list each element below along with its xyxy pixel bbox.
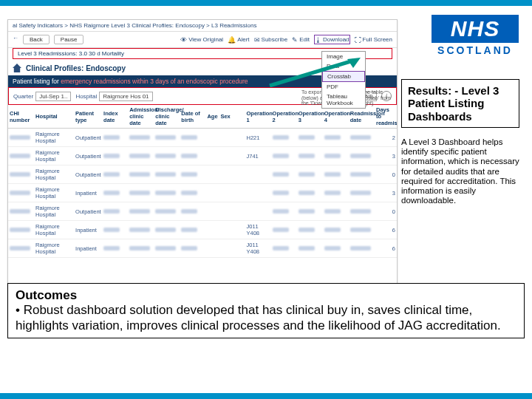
- download-menu-workbook[interactable]: Tableau Workbook: [322, 92, 365, 108]
- table-cell: 2: [375, 129, 397, 147]
- table-cell: [297, 239, 323, 258]
- table-cell: [8, 166, 34, 184]
- nhs-logo-text: NHS: [432, 15, 519, 43]
- table-cell: [297, 221, 323, 239]
- results-title-box: Results: - Level 3 Patient Listing Dashb…: [401, 79, 519, 128]
- quarter-filter-dropdown[interactable]: Jul-Sep 1..: [35, 92, 71, 101]
- table-cell: [271, 239, 297, 258]
- table-cell: [128, 147, 154, 166]
- subscribe-label: Subscribe: [262, 36, 288, 43]
- table-row[interactable]: Raigmore HospitalOutpatientH2212: [8, 129, 397, 147]
- column-header[interactable]: Admission/ clinic date: [128, 105, 154, 129]
- download-menu-crosstab[interactable]: Crosstab: [322, 71, 365, 82]
- alert-button[interactable]: 🔔Alert: [228, 35, 249, 44]
- table-cell: [8, 129, 34, 147]
- table-cell: [219, 202, 245, 221]
- table-row[interactable]: Raigmore HospitalOutpatient0: [8, 166, 397, 184]
- table-cell: [297, 202, 323, 221]
- table-row[interactable]: Raigmore HospitalOutpatient0: [8, 202, 397, 221]
- column-header[interactable]: Operation 3: [297, 105, 323, 129]
- column-header[interactable]: Operation 1: [245, 105, 270, 129]
- table-cell: [349, 147, 375, 166]
- table-cell: [323, 202, 349, 221]
- download-menu-data[interactable]: Data: [322, 61, 365, 71]
- table-cell: [128, 166, 154, 184]
- table-cell: [205, 147, 219, 166]
- subscribe-button[interactable]: ✉Subscribe: [254, 35, 288, 44]
- table-cell: [219, 166, 245, 184]
- table-cell: Raigmore Hospital: [34, 147, 74, 166]
- table-row[interactable]: Raigmore HospitalInpatientJ011 Y4086: [8, 239, 397, 258]
- table-cell: [154, 166, 180, 184]
- table-cell: [245, 166, 270, 184]
- table-cell: [219, 147, 245, 166]
- table-cell: [180, 184, 205, 202]
- table-cell: [349, 129, 375, 147]
- column-header[interactable]: Operation 2: [271, 105, 297, 129]
- table-cell: [323, 221, 349, 239]
- table-cell: [154, 202, 180, 221]
- download-menu-pdf[interactable]: PDF: [322, 82, 365, 92]
- tab-row: ← Back Pause 👁View Original 🔔Alert ✉Subs…: [8, 32, 397, 48]
- view-original-button[interactable]: 👁View Original: [180, 35, 223, 44]
- edit-button[interactable]: ✎Edit: [292, 35, 310, 44]
- home-icon[interactable]: [13, 64, 21, 72]
- back-tab[interactable]: Back: [23, 35, 50, 44]
- fullscreen-label: Full Screen: [363, 36, 392, 43]
- table-cell: [271, 166, 297, 184]
- table-cell: Raigmore Hospital: [34, 202, 74, 221]
- table-cell: [180, 147, 205, 166]
- table-cell: Outpatient: [74, 129, 102, 147]
- table-cell: Inpatient: [74, 239, 102, 258]
- table-cell: [180, 129, 205, 147]
- table-cell: [297, 184, 323, 202]
- table-cell: [219, 184, 245, 202]
- hospital-filter-label: Hospital: [75, 93, 97, 100]
- download-label: Download: [323, 36, 349, 43]
- table-cell: Raigmore Hospital: [34, 239, 74, 258]
- table-cell: Inpatient: [74, 221, 102, 239]
- embedded-screenshot: al Safety Indicators > NHS Raigmore Leve…: [7, 19, 398, 321]
- column-header[interactable]: Patient type: [74, 105, 102, 129]
- outcomes-box: Outcomes • Robust dashboard solution dev…: [7, 283, 525, 338]
- table-cell: Outpatient: [74, 166, 102, 184]
- column-header[interactable]: CHI number: [8, 105, 34, 129]
- table-cell: Outpatient: [74, 147, 102, 166]
- download-menu: Image Data Crosstab PDF Tableau Workbook: [321, 51, 366, 109]
- column-header[interactable]: Sex: [219, 105, 245, 129]
- column-header[interactable]: Index date: [102, 105, 128, 129]
- column-header[interactable]: Days to readmission: [375, 105, 397, 129]
- table-cell: [271, 202, 297, 221]
- table-cell: [349, 166, 375, 184]
- table-cell: H221: [245, 129, 270, 147]
- column-header[interactable]: Age: [205, 105, 219, 129]
- table-cell: 0: [375, 166, 397, 184]
- table-cell: [349, 202, 375, 221]
- listing-header-metric: emergency readmissions within 3 days of …: [61, 78, 248, 85]
- table-cell: [154, 147, 180, 166]
- table-cell: [8, 184, 34, 202]
- table-cell: [128, 202, 154, 221]
- table-cell: [102, 166, 128, 184]
- table-cell: [8, 202, 34, 221]
- breadcrumb[interactable]: al Safety Indicators > NHS Raigmore Leve…: [8, 20, 397, 32]
- column-header[interactable]: Discharge/ clinic date: [154, 105, 180, 129]
- view-original-label: View Original: [188, 36, 223, 43]
- table-row[interactable]: Raigmore HospitalInpatient3: [8, 184, 397, 202]
- hospital-filter-dropdown[interactable]: Raigmore Hos 01: [99, 92, 152, 101]
- table-row[interactable]: Raigmore HospitalOutpatientJ7413: [8, 147, 397, 166]
- table-row[interactable]: Raigmore HospitalInpatientJ011 Y4086: [8, 221, 397, 239]
- fullscreen-button[interactable]: ⛶Full Screen: [355, 35, 392, 44]
- download-menu-image[interactable]: Image: [322, 52, 365, 61]
- download-button[interactable]: ⭳Download: [314, 35, 350, 44]
- table-cell: [297, 147, 323, 166]
- quarter-filter-label: Quarter: [13, 93, 33, 100]
- table-cell: [349, 221, 375, 239]
- pause-tab[interactable]: Pause: [54, 35, 84, 44]
- table-cell: [128, 184, 154, 202]
- back-arrow-icon[interactable]: ←: [13, 35, 18, 44]
- table-cell: [271, 129, 297, 147]
- table-cell: [205, 221, 219, 239]
- column-header[interactable]: Hospital: [34, 105, 74, 129]
- table-cell: [245, 184, 270, 202]
